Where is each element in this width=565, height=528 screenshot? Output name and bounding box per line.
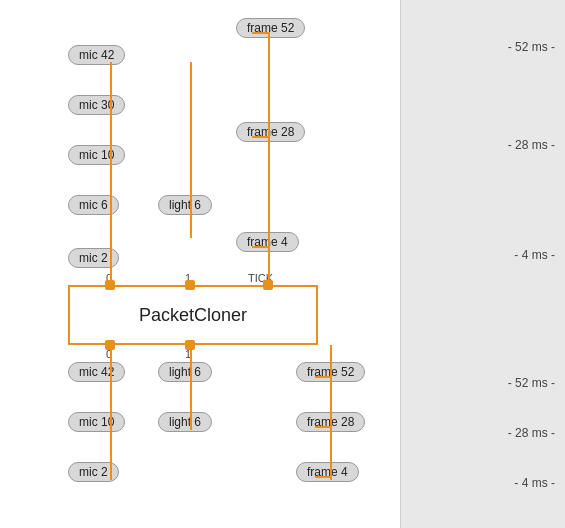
node-frame28-top: frame 28 xyxy=(236,122,305,142)
hline-frame4-top xyxy=(252,246,268,248)
hline-frame52-top xyxy=(252,32,268,34)
node-mic42-bot: mic 42 xyxy=(68,362,125,382)
ruler-area: - 52 ms - - 28 ms - - 4 ms - - 52 ms - -… xyxy=(400,0,565,528)
packet-cloner-label: PacketCloner xyxy=(70,305,316,326)
dot-port0-bot xyxy=(105,340,115,350)
ruler-52ms-top: - 52 ms - xyxy=(508,40,555,54)
vline-left xyxy=(110,62,112,288)
dot-port1-top xyxy=(185,280,195,290)
node-mic10-top: mic 10 xyxy=(68,145,125,165)
vline-out-middle xyxy=(190,345,192,430)
ruler-28ms-top: - 28 ms - xyxy=(508,138,555,152)
dot-port1-bot xyxy=(185,340,195,350)
ruler-4ms-top: - 4 ms - xyxy=(514,248,555,262)
dot-port0-top xyxy=(105,280,115,290)
vline-middle xyxy=(190,62,192,238)
vline-right xyxy=(268,32,270,290)
hline-frame4-bot xyxy=(315,476,331,478)
packet-cloner-box: PacketCloner xyxy=(68,285,318,345)
ruler-28ms-bot: - 28 ms - xyxy=(508,426,555,440)
node-frame4-bot: frame 4 xyxy=(296,462,359,482)
node-mic42-top: mic 42 xyxy=(68,45,125,65)
vline-out-right xyxy=(330,345,332,480)
vline-out-left xyxy=(110,345,112,480)
node-mic10-bot: mic 10 xyxy=(68,412,125,432)
node-light6-top: light 6 xyxy=(158,195,212,215)
dot-tick-top xyxy=(263,280,273,290)
diagram-area: mic 42 mic 30 mic 10 mic 6 light 6 mic 2… xyxy=(0,0,400,528)
ruler-4ms-bot: - 4 ms - xyxy=(514,476,555,490)
hline-frame28-bot xyxy=(315,426,331,428)
node-light6b-bot: light 6 xyxy=(158,412,212,432)
node-mic30-top: mic 30 xyxy=(68,95,125,115)
node-light6a-bot: light 6 xyxy=(158,362,212,382)
node-frame52-top: frame 52 xyxy=(236,18,305,38)
ruler-52ms-bot: - 52 ms - xyxy=(508,376,555,390)
hline-frame52-bot xyxy=(315,376,331,378)
hline-frame28-top xyxy=(252,136,268,138)
